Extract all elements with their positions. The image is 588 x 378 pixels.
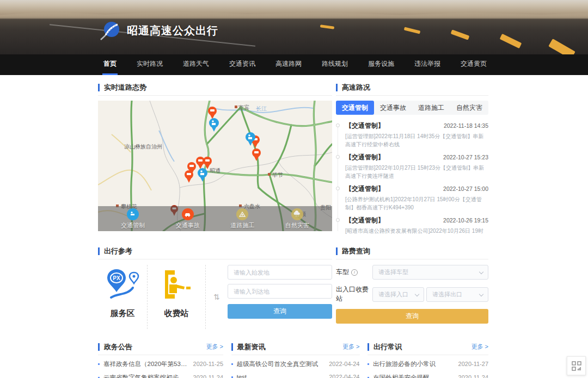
section-title-travel-reference: 出行参考 xyxy=(104,246,332,256)
road-dash xyxy=(320,24,334,29)
nav-item-road-weather[interactable]: 道路天气 xyxy=(182,54,210,75)
nav-item-service-facilities[interactable]: 服务设施 xyxy=(367,54,395,75)
accident-pin[interactable] xyxy=(252,148,261,161)
nav-item-realtime-traffic[interactable]: 实时路况 xyxy=(136,54,164,75)
section-accent-bar xyxy=(98,247,100,255)
road-dash xyxy=(404,27,421,34)
service-area-icon: PX xyxy=(106,265,139,304)
more-link[interactable]: 更多 > xyxy=(342,343,359,351)
nav-item-traffic-yellowpages[interactable]: 交通黄页 xyxy=(460,54,488,75)
brand: 昭通高速公众出行 xyxy=(100,20,218,41)
svg-text:PX: PX xyxy=(113,275,120,281)
bullet xyxy=(231,363,233,365)
site-title: 昭通高速公众出行 xyxy=(127,23,218,38)
bullet xyxy=(231,376,233,378)
road-status-section: 高速路况 交通管制 交通事故 道路施工 自然灾害 【交通管制】 2022-11-… xyxy=(336,79,488,234)
travel-reference-section: 出行参考 PX xyxy=(98,243,332,329)
service-area-label: 服务区 xyxy=(111,308,135,319)
road-construction-icon xyxy=(236,208,248,220)
chevron-down-icon xyxy=(479,292,483,296)
more-link[interactable]: 更多 > xyxy=(471,343,488,351)
road-dash xyxy=(500,34,522,48)
news-row[interactable]: 云南省数字气象档案馆初步建成 2020-11-24 xyxy=(98,371,223,378)
legend-traffic-accident: 交通事故 xyxy=(166,208,210,230)
main-content: 实时道路态势 xyxy=(98,79,488,378)
map-label-zhaotong: 昭通 xyxy=(210,168,220,173)
timeline-dot xyxy=(336,187,340,190)
traffic-accident-icon xyxy=(182,208,194,220)
status-item[interactable]: 【交通管制】 2022-10-27 15:00 [公路养护测试机构1]2022年… xyxy=(336,181,488,213)
road-status-list: 【交通管制】 2022-11-18 14:35 [运营管理部]2022年11月1… xyxy=(336,118,488,234)
vehicle-type-select[interactable]: 请选择车型 xyxy=(372,265,488,280)
nav-item-home[interactable]: 首页 xyxy=(102,54,118,75)
legend-natural-disaster: 自然灾害 xyxy=(275,208,319,230)
timeline-dot xyxy=(336,123,340,127)
accident-pin[interactable] xyxy=(208,107,217,119)
accident-pin[interactable] xyxy=(196,157,205,169)
legend-traffic-control: 交通管制 xyxy=(111,208,155,230)
gov-announcement-column: 政务公告 更多 > 嘉祥政务信息（2020年第53期） 2020-11-25 云… xyxy=(98,339,223,378)
toll-query-button[interactable]: 查询 xyxy=(336,309,488,324)
news-row[interactable]: 嘉祥政务信息（2020年第53期） 2020-11-25 xyxy=(98,357,223,371)
route-query-button[interactable]: 查询 xyxy=(228,304,332,319)
timeline-dot xyxy=(336,155,340,159)
nav-item-route-planning[interactable]: 路线规划 xyxy=(321,54,349,75)
latest-news-column: 最新资讯 更多 > 超级高铁公司首次全真空测试 2022-04-24 test … xyxy=(231,339,360,378)
section-accent-bar xyxy=(231,343,233,351)
bullet xyxy=(98,363,100,365)
nav-item-violation-report[interactable]: 违法举报 xyxy=(413,54,442,75)
tab-traffic-control[interactable]: 交通管制 xyxy=(336,101,374,115)
control-pin[interactable] xyxy=(209,118,219,132)
toll-query-section: 路费查询 车型 i 请选择车型 出入口收费站 请选择入口 xyxy=(336,243,488,329)
section-accent-bar xyxy=(367,343,369,351)
destination-input[interactable] xyxy=(228,284,332,299)
travel-tips-column: 出行常识 更多 > 出行旅游必备的小常识 2020-11-27 在国外相关安全提… xyxy=(367,339,488,378)
info-icon[interactable]: i xyxy=(351,269,358,276)
road-dash xyxy=(548,39,575,54)
nav-item-highway-network[interactable]: 高速路网 xyxy=(274,54,303,75)
entrance-select[interactable]: 请选择入口 xyxy=(372,287,424,302)
route-query-form: 查询 xyxy=(228,265,332,329)
tab-road-construction[interactable]: 道路施工 xyxy=(412,101,450,115)
traffic-map[interactable]: 凉山彝族自治州 宜宾 长江 昭通 毕节 攀枝花 六盘水 贵阳 安顺 xyxy=(98,101,332,231)
section-title-latest-news: 最新资讯 xyxy=(237,342,343,352)
section-title-toll-query: 路费查询 xyxy=(342,246,488,256)
control-pin[interactable] xyxy=(198,168,207,182)
tab-natural-disaster[interactable]: 自然灾害 xyxy=(450,101,488,115)
section-title-gov-announcement: 政务公告 xyxy=(104,342,206,352)
timeline-dot xyxy=(336,218,340,222)
nav-item-traffic-news[interactable]: 交通资讯 xyxy=(228,54,256,75)
news-row[interactable]: 超级高铁公司首次全真空测试 2022-04-24 xyxy=(231,357,360,371)
map-label-bijie: 毕节 xyxy=(272,172,283,178)
status-item[interactable]: 【交通管制】 2022-10-27 15:23 [运营管理部]2022年10月2… xyxy=(336,150,488,181)
section-accent-bar xyxy=(98,343,100,351)
qr-code-widget-button[interactable] xyxy=(567,356,586,375)
accident-pin[interactable] xyxy=(185,170,193,183)
qr-code-icon xyxy=(572,361,581,371)
section-accent-bar xyxy=(98,84,100,91)
header-banner: 昭通高速公众出行 xyxy=(0,0,588,54)
news-row[interactable]: 在国外相关安全提醒 2020-11-24 xyxy=(367,371,488,378)
natural-disaster-icon xyxy=(291,208,303,220)
map-legend: 交通管制 交通事故 道路施工 xyxy=(98,206,332,231)
exit-select[interactable]: 请选择出口 xyxy=(426,287,488,302)
mountain-ridge xyxy=(0,10,588,18)
news-row[interactable]: test 2022-04-24 xyxy=(231,371,360,378)
more-link[interactable]: 更多 > xyxy=(206,343,223,351)
origin-input[interactable] xyxy=(228,265,332,280)
status-item[interactable]: 【交通管制】 2022-11-18 14:35 [运营管理部]2022年11月1… xyxy=(336,118,488,150)
traffic-control-icon xyxy=(127,208,139,220)
tab-traffic-accident[interactable]: 交通事故 xyxy=(374,101,412,115)
news-row[interactable]: 出行旅游必备的小常识 2020-11-27 xyxy=(367,357,488,371)
shortcut-service-area[interactable]: PX 服务区 xyxy=(98,265,147,329)
section-accent-bar xyxy=(336,247,338,255)
swap-icon[interactable]: ⇅ xyxy=(206,265,228,329)
legend-road-construction: 道路施工 xyxy=(220,208,264,230)
section-accent-bar xyxy=(336,84,338,91)
page: 昭通高速公众出行 首页 实时路况 道路天气 交通资讯 高速路网 路线规划 服务设… xyxy=(0,0,588,378)
shortcut-toll-station[interactable]: 收费站 xyxy=(148,265,205,329)
status-item[interactable]: 【交通管制】 2022-10-26 19:15 [昭通市高速公路投资发展有限公司… xyxy=(336,213,488,234)
chevron-down-icon xyxy=(415,292,419,296)
map-label-yibin: 宜宾 xyxy=(238,104,249,110)
section-title-road-status: 高速路况 xyxy=(342,83,488,92)
